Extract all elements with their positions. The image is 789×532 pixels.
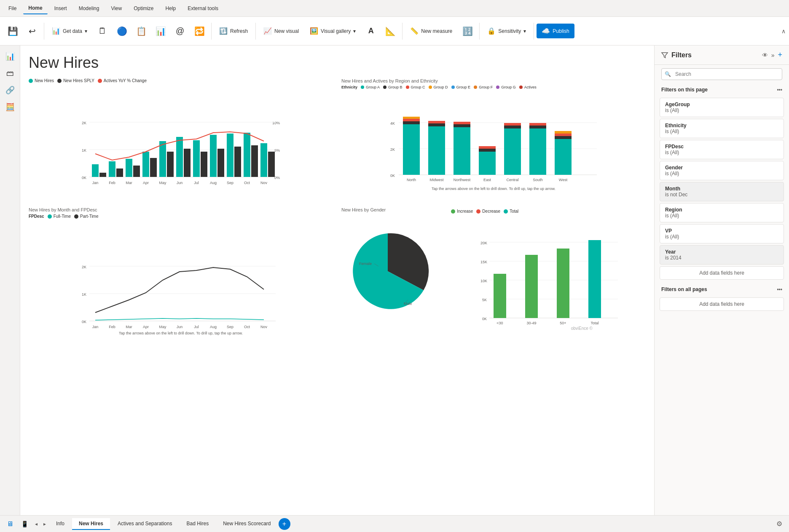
svg-text:1K: 1K: [82, 292, 86, 297]
svg-rect-19: [260, 143, 267, 177]
tab-next-btn[interactable]: ▸: [41, 519, 48, 529]
chart-fpdesc[interactable]: New Hires by Month and FPDesc FPDesc Ful…: [29, 207, 333, 342]
filter-item-month[interactable]: Month is not Dec: [660, 182, 784, 201]
svg-text:5%: 5%: [274, 148, 280, 152]
ribbon-sql-btn[interactable]: 🔵: [113, 24, 131, 38]
svg-text:5K: 5K: [482, 298, 487, 302]
ribbon-get-data-btn[interactable]: 📊 Get data ▾: [47, 24, 92, 38]
svg-text:20K: 20K: [480, 241, 487, 245]
svg-text:Male: Male: [404, 302, 412, 306]
svg-rect-9: [92, 164, 99, 177]
canvas: New Hires New Hires New Hires SPLY: [20, 45, 654, 515]
ribbon-save-btn[interactable]: 💾: [3, 24, 22, 38]
chart-gender[interactable]: New Hires by Gender Female Male: [341, 207, 443, 342]
filter-item-year[interactable]: Year is 2014: [660, 245, 784, 265]
tab-actives-separations[interactable]: Actives and Separations: [111, 518, 179, 530]
chart-region-ethnicity[interactable]: New Hires and Actives by Region and Ethn…: [341, 78, 646, 201]
ribbon-enter-data-btn[interactable]: 📋: [132, 24, 150, 38]
ribbon-mention-btn[interactable]: @: [171, 24, 189, 37]
ribbon-sep-3: [255, 23, 256, 40]
chart2-title: New Hires and Actives by Region and Ethn…: [341, 78, 646, 83]
tab-nav-btns: ◂ ▸: [32, 519, 48, 529]
sidebar-dax-icon[interactable]: 🧮: [3, 99, 18, 115]
svg-text:Sep: Sep: [227, 325, 233, 329]
svg-rect-24: [167, 152, 174, 177]
mention-icon: @: [176, 26, 184, 36]
ribbon-sep-2: [211, 23, 212, 40]
filter-search-input[interactable]: [661, 68, 782, 80]
sidebar-model-icon[interactable]: 🔗: [3, 83, 18, 98]
filter-item-region[interactable]: Region is (All): [660, 203, 784, 222]
menu-external-tools[interactable]: External tools: [182, 3, 223, 14]
ribbon-undo-btn[interactable]: ↩: [23, 24, 41, 38]
svg-rect-22: [133, 166, 140, 177]
ribbon-new-measure-btn[interactable]: 📏 New measure: [405, 24, 457, 38]
svg-text:Apr: Apr: [143, 181, 149, 185]
filter-eye-btn[interactable]: 👁: [762, 51, 768, 59]
ribbon-transform-btn[interactable]: 🔁: [190, 24, 209, 38]
tab-new-hires[interactable]: New Hires: [72, 518, 110, 530]
filter-item-gender[interactable]: Gender is (All): [660, 161, 784, 180]
svg-text:<30: <30: [496, 321, 503, 325]
filter-add-page-fields[interactable]: Add data fields here: [660, 266, 784, 280]
view-phone-icon[interactable]: 📱: [18, 519, 32, 529]
filter-add-btn[interactable]: +: [778, 51, 782, 59]
menu-file[interactable]: File: [3, 3, 21, 14]
filter-item-ethnicity[interactable]: Ethnicity is (All): [660, 119, 784, 138]
ribbon-excel-btn[interactable]: 🗒: [93, 24, 112, 37]
svg-rect-66: [529, 123, 546, 126]
filter-add-all-fields[interactable]: Add data fields here: [660, 297, 784, 311]
page-title: New Hires: [29, 54, 646, 72]
table-icon: 📊: [156, 26, 166, 36]
menu-modeling[interactable]: Modeling: [74, 3, 105, 14]
ribbon-sep-5: [479, 23, 480, 40]
ribbon-table-calc-btn[interactable]: 🔢: [458, 24, 477, 38]
menu-help[interactable]: Help: [161, 3, 181, 14]
ribbon-collapse-btn[interactable]: ∧: [781, 28, 786, 35]
chart-age-group[interactable]: Increase Decrease Total 0K 5K 10K 15K 20…: [451, 207, 646, 342]
ribbon-table-btn[interactable]: 📊: [151, 24, 170, 38]
chart-new-hires-bar[interactable]: New Hires New Hires SPLY Actives YoY % C…: [29, 78, 333, 201]
tab-new-hires-scorecard[interactable]: New Hires Scorecard: [216, 518, 277, 530]
tab-info[interactable]: Info: [49, 518, 71, 530]
svg-rect-26: [201, 152, 207, 177]
ribbon-shapes-btn[interactable]: 📐: [381, 24, 400, 38]
filter-item-agegroup[interactable]: AgeGroup is (All): [660, 98, 784, 117]
tab-bad-hires[interactable]: Bad Hires: [180, 518, 215, 530]
sql-icon: 🔵: [117, 26, 127, 36]
menu-view[interactable]: View: [106, 3, 127, 14]
view-report-icon[interactable]: 🖥: [3, 519, 17, 529]
menu-insert[interactable]: Insert: [49, 3, 72, 14]
ribbon-text-btn[interactable]: A: [362, 25, 380, 37]
menu-home[interactable]: Home: [23, 3, 47, 14]
ribbon-sep-4: [402, 23, 403, 40]
tab-add-btn[interactable]: +: [279, 518, 290, 530]
menu-optimize[interactable]: Optimize: [129, 3, 158, 14]
chart2-legend: Ethnicity Group A Group B Group C Group …: [341, 85, 646, 89]
svg-rect-29: [251, 145, 258, 177]
legend-new-hires-sply-label: New Hires SPLY: [63, 78, 94, 83]
filter-allpages-menu[interactable]: •••: [777, 286, 782, 292]
ribbon-sensitivity-btn[interactable]: 🔒 Sensitivity ▾: [482, 24, 531, 38]
filter-title: Filters: [661, 51, 692, 59]
legend-group-d-dot: [429, 86, 432, 89]
svg-text:Jan: Jan: [92, 325, 99, 329]
sidebar-data-icon[interactable]: 🗃: [3, 66, 18, 81]
enter-data-icon: 📋: [136, 26, 147, 36]
filter-page-menu[interactable]: •••: [777, 87, 782, 93]
get-data-arrow: ▾: [85, 28, 87, 34]
tab-prev-btn[interactable]: ◂: [32, 519, 40, 529]
filter-item-vp[interactable]: VP is (All): [660, 224, 784, 243]
excel-icon: 🗒: [98, 26, 107, 36]
ribbon-new-visual-btn[interactable]: 📈 New visual: [258, 24, 304, 38]
filter-expand-btn[interactable]: »: [771, 51, 775, 59]
ribbon-publish-btn[interactable]: ☁️ Publish: [537, 24, 574, 38]
ribbon: 💾 ↩ 📊 Get data ▾ 🗒 🔵 📋 📊 @ 🔁 🔃 Refresh 📈…: [0, 17, 789, 45]
ribbon-visual-gallery-btn[interactable]: 🖼️ Visual gallery ▾: [305, 24, 361, 38]
sidebar-report-icon[interactable]: 📊: [3, 49, 18, 64]
text-icon: A: [368, 27, 374, 35]
filter-item-fpdesc[interactable]: FPDesc is (All): [660, 140, 784, 159]
svg-rect-14: [176, 137, 183, 177]
ribbon-refresh-btn[interactable]: 🔃 Refresh: [214, 24, 253, 38]
settings-icon[interactable]: ⚙: [773, 518, 786, 529]
